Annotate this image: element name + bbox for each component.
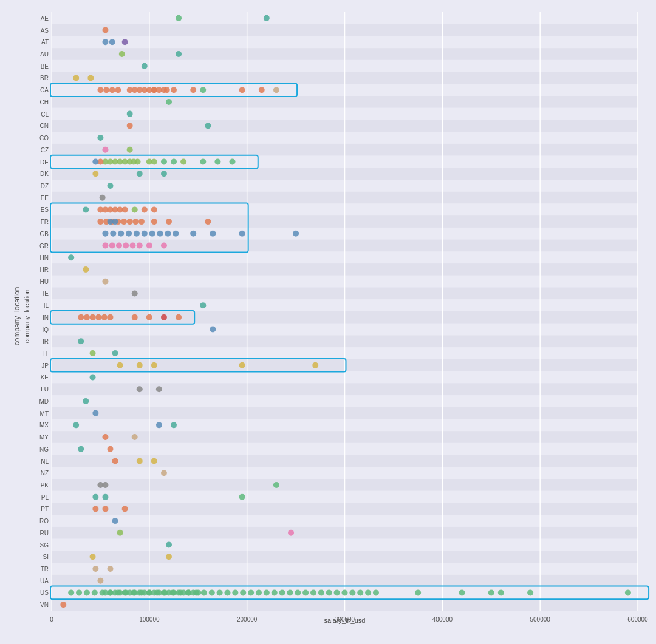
svg-point-173: [180, 159, 186, 165]
svg-text:600000: 600000: [627, 616, 648, 623]
svg-point-146: [151, 87, 157, 93]
svg-text:BE: BE: [41, 63, 49, 70]
svg-point-206: [112, 219, 118, 225]
svg-text:CH: CH: [40, 99, 49, 106]
svg-point-238: [101, 314, 108, 320]
svg-text:AS: AS: [41, 27, 49, 34]
svg-point-270: [102, 482, 108, 488]
svg-text:CN: CN: [40, 123, 49, 129]
svg-text:EE: EE: [41, 195, 49, 202]
svg-text:NG: NG: [39, 446, 49, 453]
svg-point-201: [138, 219, 145, 225]
svg-point-226: [137, 243, 143, 249]
svg-point-316: [295, 589, 301, 595]
svg-point-157: [205, 123, 211, 129]
svg-point-271: [273, 482, 279, 488]
svg-text:BR: BR: [40, 75, 49, 81]
svg-point-221: [102, 243, 108, 249]
svg-point-234: [78, 314, 84, 320]
svg-text:MX: MX: [39, 422, 49, 429]
svg-text:HN: HN: [40, 254, 49, 261]
svg-point-132: [73, 75, 79, 81]
svg-text:DZ: DZ: [41, 183, 49, 189]
svg-point-252: [312, 362, 318, 368]
svg-text:500000: 500000: [530, 616, 550, 623]
svg-text:FR: FR: [41, 219, 49, 225]
svg-point-324: [357, 589, 363, 595]
svg-text:NL: NL: [41, 458, 49, 465]
svg-point-253: [90, 374, 96, 380]
svg-point-317: [302, 589, 309, 595]
svg-point-314: [279, 589, 285, 595]
svg-point-219: [239, 231, 245, 237]
svg-point-156: [127, 123, 133, 129]
svg-text:UA: UA: [40, 578, 49, 585]
svg-point-246: [90, 350, 96, 356]
svg-point-159: [102, 147, 108, 153]
chart-container: 0100000200000300000400000500000600000AEA…: [0, 0, 656, 644]
svg-point-151: [239, 87, 245, 93]
svg-point-280: [288, 530, 294, 536]
svg-point-126: [102, 39, 108, 45]
svg-point-242: [161, 314, 167, 320]
svg-point-230: [83, 266, 89, 273]
plot-area: 0100000200000300000400000500000600000AEA…: [24, 6, 644, 626]
svg-text:MY: MY: [39, 434, 49, 441]
svg-point-218: [210, 231, 216, 237]
svg-point-321: [334, 589, 340, 595]
svg-text:ES: ES: [41, 206, 49, 213]
svg-point-272: [92, 494, 98, 500]
svg-point-304: [201, 589, 207, 595]
svg-text:CZ: CZ: [41, 147, 49, 154]
svg-point-352: [625, 589, 631, 595]
svg-point-212: [142, 231, 148, 237]
svg-point-202: [151, 219, 157, 225]
svg-point-231: [102, 279, 108, 285]
svg-point-326: [373, 589, 379, 595]
svg-point-245: [78, 338, 84, 344]
svg-text:TR: TR: [41, 566, 49, 572]
svg-text:IQ: IQ: [42, 327, 49, 333]
svg-point-172: [171, 159, 177, 165]
svg-point-143: [103, 87, 109, 93]
svg-point-148: [171, 87, 177, 93]
svg-point-310: [248, 589, 254, 595]
svg-point-235: [84, 314, 90, 320]
svg-text:PL: PL: [41, 494, 49, 501]
svg-point-177: [92, 159, 98, 165]
svg-point-171: [161, 159, 167, 165]
svg-text:AU: AU: [40, 51, 49, 58]
svg-point-322: [342, 589, 348, 595]
svg-point-306: [217, 589, 223, 595]
svg-point-149: [190, 87, 196, 93]
svg-point-350: [498, 589, 504, 595]
svg-point-288: [76, 589, 82, 595]
svg-point-211: [134, 231, 140, 237]
svg-point-191: [132, 206, 138, 212]
svg-point-312: [264, 589, 270, 595]
svg-point-125: [102, 27, 108, 33]
svg-point-184: [83, 206, 89, 212]
svg-point-353: [60, 602, 66, 608]
svg-point-247: [112, 350, 118, 356]
svg-point-180: [137, 171, 143, 177]
svg-text:DE: DE: [40, 159, 49, 166]
svg-text:JP: JP: [41, 362, 49, 369]
svg-point-259: [156, 422, 162, 428]
svg-point-285: [108, 566, 114, 572]
svg-point-232: [132, 290, 138, 296]
svg-text:NZ: NZ: [41, 470, 49, 476]
svg-text:LU: LU: [41, 386, 49, 393]
svg-text:AT: AT: [41, 39, 49, 46]
svg-point-175: [214, 159, 220, 165]
svg-point-208: [110, 231, 116, 237]
svg-point-236: [90, 314, 96, 320]
svg-point-127: [109, 39, 115, 45]
svg-text:CO: CO: [39, 135, 49, 141]
svg-text:HR: HR: [40, 266, 49, 273]
svg-text:HU: HU: [40, 279, 49, 285]
svg-point-286: [97, 578, 103, 584]
svg-point-277: [122, 506, 128, 512]
svg-point-210: [126, 231, 132, 237]
svg-point-250: [151, 362, 157, 368]
